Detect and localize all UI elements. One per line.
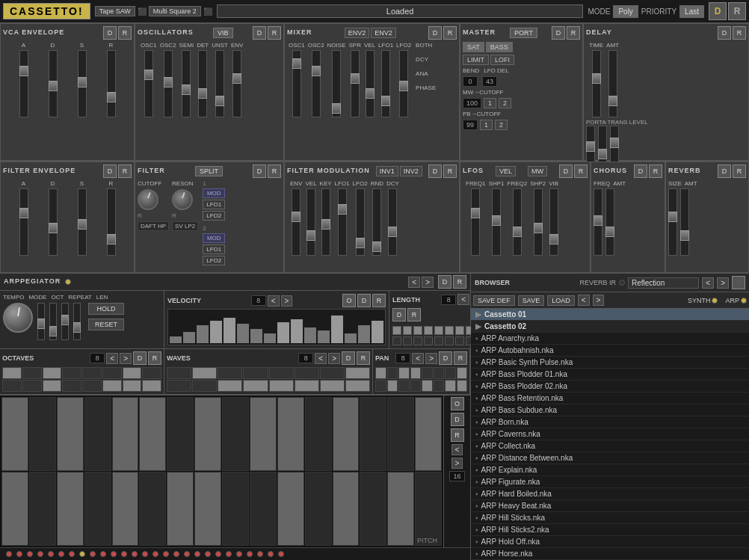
len-prev-btn[interactable]: <: [457, 294, 469, 305]
filter-mod1-btn[interactable]: MOD: [203, 188, 225, 198]
len-step-6[interactable]: [455, 326, 464, 335]
waves-grid-cell-11[interactable]: [243, 380, 268, 392]
big-seq-cell-14[interactable]: [387, 397, 414, 471]
waves-r-btn[interactable]: R: [357, 351, 370, 365]
len-step-13[interactable]: [445, 336, 454, 345]
multi-square-preset[interactable]: Multi Square 2: [149, 6, 201, 16]
pan-grid-cell-11[interactable]: [410, 380, 422, 392]
length-val[interactable]: 8: [441, 295, 456, 305]
octaves-grid-cell-1[interactable]: [22, 367, 42, 379]
filter-d-btn[interactable]: D: [253, 164, 266, 178]
filter-lfo1-2-btn[interactable]: LFO1: [203, 244, 225, 254]
vel-o-btn[interactable]: O: [342, 294, 356, 307]
vel-r-btn[interactable]: R: [372, 294, 386, 307]
octaves-grid-cell-5[interactable]: [102, 367, 122, 379]
octaves-grid-cell-6[interactable]: [123, 367, 142, 379]
oct-fader[interactable]: [49, 303, 57, 340]
octaves-val[interactable]: 8: [90, 353, 105, 363]
cutoff-knob[interactable]: [138, 189, 158, 210]
octaves-grid-cell-12[interactable]: [82, 380, 102, 392]
arp-nav-next[interactable]: >: [422, 277, 434, 288]
oct-r-btn[interactable]: R: [148, 351, 161, 365]
pb-2-btn[interactable]: 2: [495, 120, 508, 130]
tempo-knob[interactable]: [3, 303, 33, 333]
browser-folder-1[interactable]: ▶Cassetto 02: [471, 321, 749, 333]
mixer-env2-1-btn[interactable]: ENV2: [345, 28, 370, 38]
reverb-d-btn[interactable]: D: [718, 164, 731, 178]
load-btn[interactable]: LOAD: [547, 295, 575, 306]
lfos-mw-btn[interactable]: MW: [528, 166, 547, 176]
len-step-1[interactable]: [403, 326, 412, 335]
filter-lfo1-btn[interactable]: LFO1: [203, 200, 225, 209]
big-seq-cell-2[interactable]: [57, 397, 84, 471]
browser-nav-prev[interactable]: <: [702, 277, 714, 289]
oct-d-btn[interactable]: D: [133, 351, 147, 365]
octaves-grid-cell-11[interactable]: [62, 380, 81, 392]
browser-file-5[interactable]: ▪ARP Bass Retention.nka: [471, 393, 749, 404]
pan-r-btn[interactable]: R: [454, 351, 467, 365]
vel-next-btn[interactable]: >: [281, 295, 293, 307]
browser-file-17[interactable]: ▪ARP Hold Off.nka: [471, 536, 749, 548]
pan-grid-cell-6[interactable]: [445, 367, 456, 379]
pb-1-btn[interactable]: 1: [480, 120, 493, 130]
pan-next-btn[interactable]: >: [425, 353, 437, 364]
waves-prev-btn[interactable]: <: [315, 353, 327, 364]
filter-mod2-btn[interactable]: MOD: [203, 233, 225, 243]
bend-val[interactable]: 0: [463, 76, 478, 87]
pan-grid-cell-1[interactable]: [387, 367, 398, 379]
vel-bar-11[interactable]: [318, 330, 330, 343]
vel-bar-14[interactable]: [358, 325, 370, 343]
big-seq-cell-4[interactable]: [112, 397, 139, 471]
waves-grid-cell-14[interactable]: [320, 380, 345, 392]
big-seq-cell-27[interactable]: [305, 472, 332, 546]
octaves-grid-cell-2[interactable]: [43, 367, 62, 379]
lfo-del-val[interactable]: 43: [482, 76, 497, 87]
master-d-btn[interactable]: D: [552, 26, 565, 40]
octaves-grid-cell-14[interactable]: [123, 380, 142, 392]
waves-next-btn[interactable]: >: [328, 353, 340, 364]
browser-file-18[interactable]: ▪ARP Horse.nka: [471, 548, 749, 560]
pan-grid-cell-8[interactable]: [375, 380, 386, 392]
filter-r-btn[interactable]: R: [268, 164, 281, 178]
waves-grid-cell-8[interactable]: [167, 380, 191, 392]
len-step-4[interactable]: [434, 326, 443, 335]
vel-bar-4[interactable]: [224, 318, 235, 343]
octaves-grid-cell-15[interactable]: [142, 380, 161, 392]
pan-grid-cell-13[interactable]: [434, 380, 445, 392]
delay-r-btn[interactable]: R: [733, 26, 746, 40]
reset-btn[interactable]: RESET: [88, 319, 124, 330]
vib-btn[interactable]: VIB: [213, 28, 233, 38]
r-button-top[interactable]: R: [728, 2, 746, 20]
big-seq-cell-13[interactable]: [360, 397, 386, 471]
inv1-btn[interactable]: INV1: [376, 166, 398, 176]
pan-grid-cell-3[interactable]: [410, 367, 422, 379]
waves-grid-cell-0[interactable]: [167, 367, 191, 379]
filter-lfo2-2-btn[interactable]: LFO2: [203, 256, 225, 265]
octaves-grid-cell-0[interactable]: [2, 367, 22, 379]
osc-r-btn[interactable]: R: [268, 26, 281, 40]
d-button-top[interactable]: D: [709, 2, 727, 20]
big-seq-cell-17[interactable]: [29, 472, 56, 546]
pan-grid-cell-4[interactable]: [422, 367, 433, 379]
inv2-btn[interactable]: INV2: [400, 166, 422, 176]
big-seq-cell-28[interactable]: [333, 472, 360, 546]
filter-env-d-btn[interactable]: D: [103, 164, 117, 178]
pan-grid-cell-10[interactable]: [398, 380, 410, 392]
vca-r-btn[interactable]: R: [118, 26, 132, 40]
vel-bar-7[interactable]: [264, 333, 276, 343]
big-seq-cell-21[interactable]: [139, 472, 166, 546]
pan-grid-cell-14[interactable]: [445, 380, 456, 392]
filter-mod-d-btn[interactable]: D: [428, 164, 442, 178]
waves-grid-cell-7[interactable]: [345, 367, 370, 379]
split-btn[interactable]: SPLIT: [195, 166, 223, 176]
tape-saw-preset[interactable]: Tape SAW: [95, 6, 135, 16]
vel-prev-btn[interactable]: <: [268, 295, 280, 307]
octaves-grid-cell-13[interactable]: [102, 380, 122, 392]
waves-grid-cell-4[interactable]: [269, 367, 294, 379]
oct-next-btn[interactable]: >: [120, 353, 132, 364]
browser-file-12[interactable]: ▪ARP Figurate.nka: [471, 476, 749, 488]
velocity-val[interactable]: 8: [251, 295, 266, 306]
big-seq-cell-11[interactable]: [305, 397, 332, 471]
master-r-btn[interactable]: R: [567, 26, 580, 40]
len-step-2[interactable]: [413, 326, 422, 335]
